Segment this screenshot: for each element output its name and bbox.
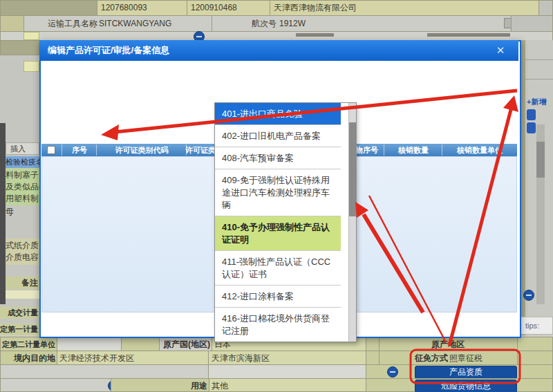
dropdown-scrollbar-thumb[interactable] [349, 122, 356, 216]
dropdown-item-411[interactable]: 411-强制性产品认证（CCC认证）证书 [215, 251, 341, 286]
select-all-checkbox[interactable] [47, 146, 55, 154]
cell [0, 378, 111, 392]
cell [0, 40, 39, 55]
divider [525, 59, 553, 60]
screen: 1207680093 1200910468 天津西津物流有限公司 运输工具名称 … [0, 0, 553, 392]
product-qualification-button[interactable]: 产品资质 [415, 366, 517, 379]
divider [525, 79, 553, 80]
fragment-text: 母 [6, 206, 39, 217]
usage-value: 其他 [212, 379, 350, 392]
modal-titlebar[interactable]: 编辑产品许可证/审批/备案信息 [39, 40, 518, 61]
cell [517, 337, 553, 351]
dangerous-goods-button[interactable]: 危险货物信息 [415, 380, 517, 392]
background-add-button[interactable]: +新增 [527, 97, 553, 106]
dropdown-item-410[interactable]: 410-免予办理强制性产品认证证明 [215, 216, 341, 251]
cell [366, 337, 379, 351]
fragment-text: 料制塞子， [6, 169, 39, 181]
cell [538, 0, 553, 16]
clipped-text [427, 33, 510, 37]
cell [0, 364, 209, 379]
modal-title-text: 编辑产品许可证/审批/备案信息 [48, 45, 169, 55]
dropdown-item-412[interactable]: 412-进口涂料备案 [215, 286, 341, 308]
license-type-dropdown: 401-进出口商品免验 402-进口旧机电产品备案 408-汽车预审备案 409… [214, 102, 357, 342]
top-empty-cell [0, 0, 97, 16]
dest-label: 境内目的地 [0, 351, 55, 365]
dropdown-item-402[interactable]: 402-进口旧机电产品备案 [215, 125, 341, 147]
voyage-value: 1912W [279, 17, 335, 30]
col-type-code[interactable]: 许可证类别代码 [97, 144, 187, 156]
left-dark-strip [0, 123, 6, 304]
dropdown-scrollbar-track[interactable] [348, 103, 356, 342]
tab-insert[interactable]: 插入 [6, 142, 39, 155]
toolbar-pill-icon[interactable] [527, 109, 536, 120]
ciq-column-header-fragment: 检验检疫名 [6, 156, 39, 168]
cell [24, 32, 39, 40]
second-unit-label: 定第二计量单位 [0, 337, 55, 351]
origin-area-label: 原产地区 [379, 337, 517, 351]
dropdown-item-408[interactable]: 408-汽车预审备案 [215, 147, 341, 169]
origin-country-label: 原产国(地区) [158, 337, 210, 351]
cell [511, 15, 553, 32]
remark-label: 备注 [6, 277, 39, 289]
transport-name-label: 运输工具名称 [39, 17, 97, 30]
col-unit[interactable]: 核销数量单位 [442, 144, 517, 156]
cell [366, 351, 379, 365]
info-icon[interactable] [387, 366, 398, 377]
fragment-text: 及类似品( [6, 181, 39, 193]
dropdown-item-416[interactable]: 416-进口棉花境外供货商登记注册 [215, 308, 341, 342]
toolbar-pill-icon[interactable] [527, 122, 536, 133]
info-icon[interactable] [523, 290, 534, 301]
company-name-cell: 天津西津物流有限公司 [270, 0, 539, 16]
col-qty[interactable]: 核销数量 [384, 144, 442, 156]
manifest-no-cell: 1207680093 [97, 0, 187, 16]
transport-name-value: SITCKWANGYANG [99, 17, 209, 30]
dest-value: 天津经济技术开发区 [59, 351, 206, 365]
cell [0, 15, 24, 32]
clipped-text [296, 33, 334, 37]
bill-no-cell: 1200910468 [187, 0, 270, 16]
usage-label: 用途 [122, 379, 207, 392]
dest-area-value: 天津市滨海新区 [212, 351, 364, 365]
cell [6, 290, 39, 299]
cell [517, 351, 553, 365]
levy-label: 征免方式 [379, 351, 448, 365]
col-seq[interactable]: 序号 [62, 144, 97, 156]
close-icon[interactable]: ✕ [492, 42, 509, 59]
cell [208, 364, 366, 379]
levy-value: 照章征税 [449, 351, 515, 365]
fragment-text: 式纸介质 [6, 240, 39, 252]
tips-label: tips: [525, 319, 553, 333]
voyage-label: 航次号 [214, 17, 276, 30]
deal-qty-label-fragment: 成交计量 [0, 307, 39, 319]
first-qty-label-fragment: 定第一计量 [0, 324, 39, 335]
scrollbar-thumb[interactable] [536, 142, 545, 178]
cell [24, 61, 39, 72]
dropdown-item-401[interactable]: 401-进出口商品免验 [215, 103, 341, 125]
dropdown-item-409[interactable]: 409-免于强制性认证特殊用途进口汽车检测处理程序车辆 [215, 169, 341, 216]
cell [121, 337, 160, 351]
fragment-text: 用塑料制 [6, 193, 39, 205]
fragment-text: 介质电容 [6, 252, 39, 263]
divider [212, 16, 212, 31]
second-unit-value [57, 337, 122, 351]
